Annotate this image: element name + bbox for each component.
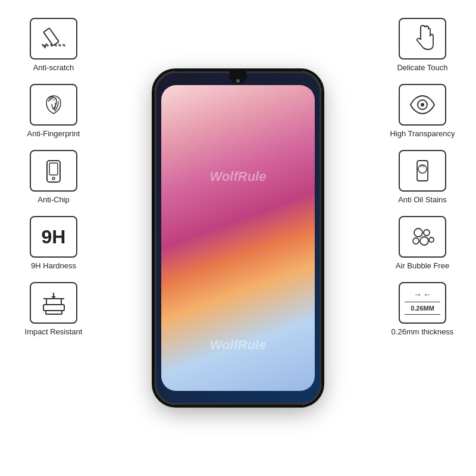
feature-high-transparency: High Transparency — [375, 84, 470, 138]
feature-impact-resistant: Impact Resistant — [6, 282, 101, 336]
high-transparency-icon-box — [399, 84, 446, 126]
svg-rect-1 — [43, 28, 59, 46]
oil-stains-icon — [408, 156, 437, 186]
delicate-touch-icon-box — [399, 18, 446, 60]
watermark-bottom: WolfRule — [210, 337, 267, 353]
left-arrow: → — [414, 290, 422, 299]
svg-point-15 — [424, 230, 430, 236]
anti-fingerprint-label: Anti-Fingerprint — [27, 129, 80, 138]
impact-resistant-label: Impact Resistant — [25, 327, 83, 336]
thickness-divider-line — [405, 302, 440, 302]
anti-chip-label: Anti-Chip — [37, 195, 69, 204]
feature-thickness: → ← 0.26MM 0.26mm thickness — [375, 282, 470, 336]
svg-rect-6 — [43, 305, 64, 311]
9h-hardness-label: 9H Hardness — [31, 261, 76, 270]
anti-oil-label: Anti Oil Stains — [398, 195, 447, 204]
left-features-column: Anti-scratch Anti-Fingerprint — [6, 18, 101, 336]
feature-delicate-touch: Delicate Touch — [375, 18, 470, 72]
bubble-icon — [408, 222, 437, 252]
thickness-icon-box: → ← 0.26MM — [399, 282, 446, 324]
feature-anti-fingerprint: Anti-Fingerprint — [6, 84, 101, 138]
svg-point-16 — [413, 238, 419, 244]
air-bubble-free-label: Air Bubble Free — [396, 261, 449, 270]
right-arrow: ← — [423, 290, 431, 299]
svg-point-17 — [420, 237, 428, 245]
thickness-divider-line-2 — [405, 314, 440, 315]
phone-outer-body: WolfRule WolfRule — [155, 71, 321, 405]
feature-anti-oil: Anti Oil Stains — [375, 150, 470, 204]
delicate-touch-label: Delicate Touch — [397, 63, 447, 72]
thickness-value-text: 0.26MM — [411, 305, 434, 312]
svg-point-14 — [414, 228, 422, 237]
svg-rect-7 — [46, 311, 62, 314]
watermark-top: WolfRule — [210, 169, 267, 184]
svg-point-11 — [421, 103, 424, 107]
camera-dot — [236, 79, 240, 83]
svg-point-5 — [52, 177, 55, 180]
right-features-column: Delicate Touch High Transparency — [375, 18, 470, 336]
svg-point-13 — [418, 165, 427, 173]
feature-anti-chip: Anti-Chip — [6, 150, 101, 204]
feature-air-bubble-free: Air Bubble Free — [375, 216, 470, 270]
anti-scratch-label: Anti-scratch — [33, 63, 74, 72]
anti-chip-icon-box — [30, 150, 77, 192]
anti-oil-icon-box — [399, 150, 446, 192]
9h-hardness-icon-box: 9H — [30, 216, 77, 258]
feature-anti-scratch: Anti-scratch — [6, 18, 101, 72]
product-page: Anti-scratch Anti-Fingerprint — [0, 0, 476, 476]
feature-9h-hardness: 9H 9H Hardness — [6, 216, 101, 270]
svg-point-18 — [429, 237, 434, 242]
anti-scratch-icon-box — [30, 18, 77, 60]
touch-icon — [408, 23, 437, 55]
impact-resistant-icon-box — [30, 282, 77, 324]
high-transparency-label: High Transparency — [390, 129, 455, 138]
pencil-icon — [39, 24, 68, 54]
thickness-label: 0.26mm thickness — [392, 327, 454, 336]
air-bubble-free-icon-box — [399, 216, 446, 258]
thickness-arrows: → ← — [414, 290, 431, 299]
eye-icon — [408, 90, 437, 120]
phone-mockup: WolfRule WolfRule — [155, 71, 321, 405]
impact-icon — [37, 288, 70, 318]
svg-rect-4 — [49, 163, 58, 175]
fingerprint-icon — [39, 90, 68, 120]
phone-chip-icon — [39, 156, 68, 186]
phone-screen: WolfRule WolfRule — [161, 85, 315, 391]
9h-text: 9H — [42, 226, 66, 248]
anti-fingerprint-icon-box — [30, 84, 77, 126]
